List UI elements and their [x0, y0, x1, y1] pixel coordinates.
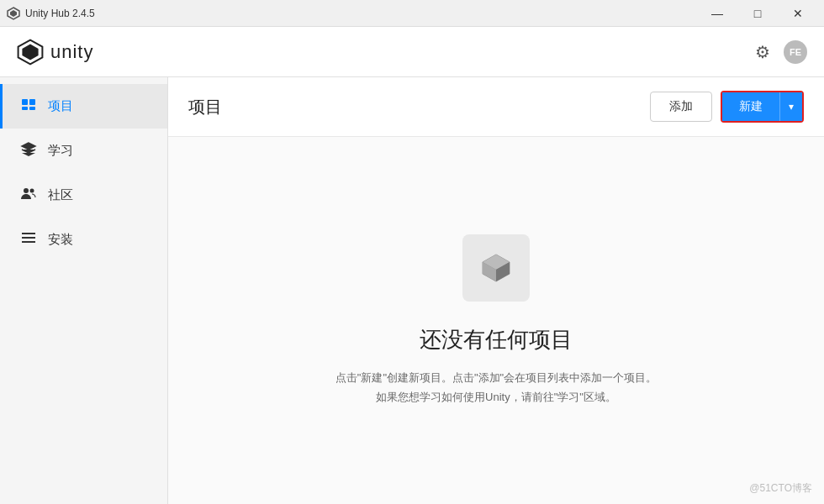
content-header: 项目 添加 新建 ▾ [168, 77, 824, 137]
empty-cube-icon [478, 249, 515, 286]
learn-icon [19, 140, 38, 161]
sidebar-label-projects: 项目 [48, 98, 73, 114]
empty-icon-box [462, 234, 530, 302]
user-avatar[interactable]: FE [784, 40, 807, 64]
sidebar-item-projects[interactable]: 项目 [0, 84, 167, 129]
main-layout: 项目 学习 社区 [0, 77, 824, 504]
svg-rect-11 [22, 237, 35, 239]
svg-rect-4 [22, 99, 28, 105]
new-dropdown-button[interactable]: ▾ [779, 92, 802, 121]
svg-marker-1 [10, 10, 17, 17]
svg-marker-3 [22, 44, 38, 60]
new-button-group: 新建 ▾ [721, 91, 804, 123]
svg-point-8 [24, 188, 29, 193]
new-project-button[interactable]: 新建 [722, 92, 779, 121]
sidebar-label-community: 社区 [48, 187, 73, 203]
installs-icon [19, 229, 38, 250]
sidebar-item-learn[interactable]: 学习 [0, 129, 167, 173]
sidebar: 项目 学习 社区 [0, 77, 168, 504]
titlebar-title: Unity Hub 2.4.5 [25, 8, 95, 19]
watermark: @51CTO博客 [749, 481, 812, 496]
unity-titlebar-icon [7, 7, 20, 20]
sidebar-item-installs[interactable]: 安装 [0, 218, 167, 262]
sidebar-label-installs: 安装 [48, 232, 73, 248]
empty-state: 还没有任何项目 点击"新建"创建新项目。点击"添加"会在项目列表中添加一个项目。… [168, 137, 824, 504]
logo-area: unity [17, 39, 93, 66]
content-actions: 添加 新建 ▾ [650, 91, 804, 123]
sidebar-label-learn: 学习 [48, 143, 73, 159]
logo-text: unity [50, 41, 93, 63]
titlebar: Unity Hub 2.4.5 — □ ✕ [0, 0, 824, 27]
close-button[interactable]: ✕ [779, 0, 817, 27]
titlebar-left: Unity Hub 2.4.5 [7, 7, 95, 20]
content-title: 项目 [188, 96, 222, 118]
svg-point-9 [30, 189, 34, 193]
svg-rect-7 [29, 107, 35, 110]
svg-rect-6 [22, 107, 28, 110]
titlebar-controls: — □ ✕ [698, 0, 817, 27]
empty-desc-line1: 点击"新建"创建新项目。点击"添加"会在项目列表中添加一个项目。 [335, 368, 657, 387]
app-header: unity ⚙ FE [0, 27, 824, 77]
empty-title: 还没有任何项目 [420, 325, 573, 354]
header-right: ⚙ FE [755, 40, 807, 64]
community-icon [19, 185, 38, 206]
content-area: 项目 添加 新建 ▾ 还没有任何项目 点击"新建"创建新项目。点 [168, 77, 824, 504]
maximize-button[interactable]: □ [738, 0, 777, 27]
svg-rect-10 [22, 233, 35, 234]
add-button[interactable]: 添加 [650, 92, 712, 122]
sidebar-item-community[interactable]: 社区 [0, 173, 167, 218]
svg-rect-12 [22, 241, 35, 243]
projects-icon [19, 96, 38, 117]
empty-description: 点击"新建"创建新项目。点击"添加"会在项目列表中添加一个项目。 如果您想学习如… [335, 368, 657, 407]
minimize-button[interactable]: — [698, 0, 737, 27]
settings-icon[interactable]: ⚙ [755, 42, 770, 62]
empty-desc-line2: 如果您想学习如何使用Unity，请前往"学习"区域。 [335, 387, 657, 407]
svg-rect-5 [29, 99, 35, 105]
unity-logo-icon [17, 39, 44, 66]
